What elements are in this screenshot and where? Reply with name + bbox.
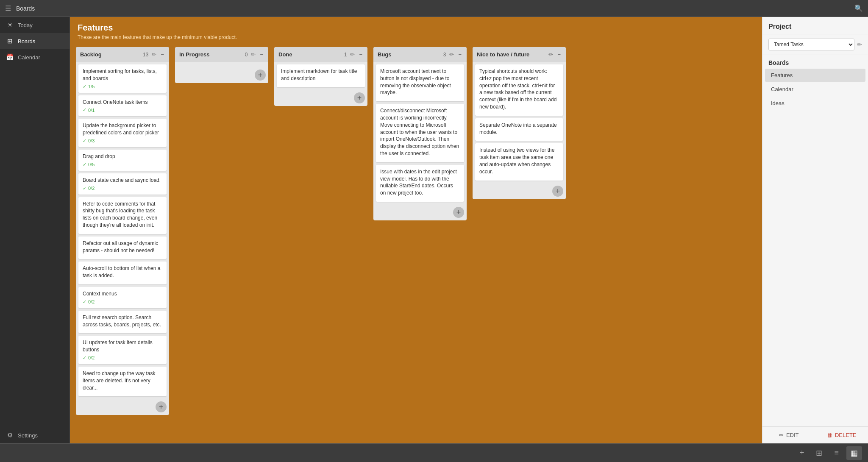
column-body-nice-to-have: Typical shortcuts should work: ctrl+z po…	[473, 62, 566, 183]
column-collapse-icon[interactable]: −	[259, 50, 264, 58]
column-collapse-icon[interactable]: −	[358, 50, 363, 58]
column-count: 3	[443, 52, 446, 58]
task-card-title: Separate OneNote into a separate module.	[479, 122, 559, 136]
task-card[interactable]: Connect/disconnect Microsoft account is …	[376, 104, 464, 162]
column-collapse-icon[interactable]: −	[457, 50, 462, 58]
board-title: Features	[78, 23, 754, 33]
task-card[interactable]: Context menus✓0/2	[78, 287, 167, 308]
board-nav-features[interactable]: Features	[765, 69, 865, 82]
right-panel-boards-list: FeaturesCalendarIdeas	[762, 69, 868, 111]
task-card[interactable]: Microsoft account text next to button is…	[376, 64, 464, 101]
grid-view-button[interactable]: ⊞	[812, 446, 826, 460]
column-footer-nice-to-have: +	[473, 183, 566, 199]
column-header-bugs: Bugs3✏−	[373, 47, 467, 62]
column-header-done: Done1✏−	[274, 47, 367, 62]
add-task-button[interactable]: +	[156, 401, 167, 412]
task-card[interactable]: Typical shortcuts should work: ctrl+z po…	[475, 64, 563, 116]
check-icon: ✓	[83, 162, 86, 167]
task-card[interactable]: Board state cache and async load.✓0/2	[78, 173, 167, 195]
column-edit-icon[interactable]: ✏	[250, 50, 256, 58]
task-card[interactable]: Full text search option. Search across t…	[78, 311, 167, 334]
task-card[interactable]: Drag and drop✓0/5	[78, 150, 167, 171]
add-board-button[interactable]: +	[796, 446, 809, 459]
task-card[interactable]: Separate OneNote into a separate module.	[475, 118, 563, 141]
task-card[interactable]: Need to change up the way task items are…	[78, 367, 167, 396]
boards-section-title: Boards	[762, 55, 868, 69]
sidebar-item-calendar[interactable]: 📅 Calendar	[0, 49, 70, 65]
boards-icon: ⊞	[6, 37, 14, 45]
task-card-title: Instead of using two views for the task …	[479, 147, 559, 175]
board-nav-ideas[interactable]: Ideas	[765, 97, 865, 110]
board-view-button[interactable]: ▦	[846, 446, 862, 460]
column-footer-in-progress: +	[175, 67, 268, 83]
task-card-title: Context menus	[83, 290, 162, 298]
add-task-button[interactable]: +	[255, 70, 266, 81]
task-card[interactable]: Issue with dates in the edit project vie…	[376, 165, 464, 202]
main-layout: ☀ Today ⊞ Boards 📅 Calendar ⚙ Settings F…	[0, 17, 868, 443]
task-card-title: Implement sorting for tasks, lists, and …	[83, 68, 162, 82]
calendar-icon: 📅	[6, 53, 14, 61]
task-card-title: Connect OneNote task items	[83, 99, 162, 106]
task-progress: ✓0/2	[83, 299, 162, 305]
task-progress-value: 0/3	[88, 138, 95, 143]
list-view-button[interactable]: ≡	[830, 446, 843, 459]
sidebar-item-settings[interactable]: ⚙ Settings	[0, 427, 70, 443]
column-count: 13	[143, 52, 148, 58]
task-card-title: Full text search option. Search across t…	[83, 314, 162, 328]
column-footer-bugs: +	[373, 204, 467, 220]
column-edit-icon[interactable]: ✏	[349, 50, 356, 58]
sidebar-item-boards[interactable]: ⊞ Boards	[0, 33, 70, 49]
menu-icon[interactable]: ☰	[5, 4, 11, 12]
delete-button[interactable]: 🗑 DELETE	[815, 427, 868, 443]
board-nav-calendar[interactable]: Calendar	[765, 83, 865, 96]
column-edit-icon[interactable]: ✏	[548, 50, 554, 58]
edit-button[interactable]: ✏ EDIT	[762, 427, 815, 443]
check-icon: ✓	[83, 107, 86, 113]
sidebar-item-today-label: Today	[18, 22, 33, 28]
sidebar-item-boards-label: Boards	[18, 38, 35, 45]
add-task-button[interactable]: +	[552, 186, 563, 197]
task-progress-value: 0/1	[88, 108, 95, 113]
column-edit-icon[interactable]: ✏	[448, 50, 455, 58]
task-card[interactable]: Instead of using two views for the task …	[475, 143, 563, 180]
column-body-in-progress	[175, 62, 268, 67]
task-card-title: Need to change up the way task items are…	[83, 370, 162, 391]
task-card-title: Drag and drop	[83, 153, 162, 160]
task-card-title: Connect/disconnect Microsoft account is …	[380, 107, 460, 157]
task-card-title: Refer to code comments for that shitty b…	[83, 200, 162, 229]
sidebar: ☀ Today ⊞ Boards 📅 Calendar ⚙ Settings	[0, 17, 70, 443]
check-icon: ✓	[83, 186, 86, 191]
column-bugs: Bugs3✏−Microsoft account text next to bu…	[373, 47, 467, 220]
column-title: Backlog	[80, 51, 139, 58]
task-card[interactable]: Refactor out all usage of dynamic params…	[78, 237, 167, 259]
check-icon: ✓	[83, 138, 86, 144]
task-progress-value: 1/5	[88, 84, 95, 89]
project-select-row: Tamed Tasks ✏	[768, 39, 862, 50]
column-collapse-icon[interactable]: −	[160, 50, 165, 58]
task-card[interactable]: UI updates for task item details buttons…	[78, 336, 167, 364]
sidebar-item-today[interactable]: ☀ Today	[0, 17, 70, 33]
column-in-progress: In Progress0✏−+	[175, 47, 268, 83]
task-card-title: Microsoft account text next to button is…	[380, 68, 460, 96]
task-card-title: Update the background picker to predefin…	[83, 122, 162, 136]
column-backlog: Backlog13✏−Implement sorting for tasks, …	[76, 47, 169, 415]
add-task-button[interactable]: +	[354, 92, 365, 103]
task-progress: ✓0/3	[83, 138, 162, 144]
column-edit-icon[interactable]: ✏	[151, 50, 157, 58]
task-card[interactable]: Implement markdown for task title and de…	[277, 64, 365, 87]
column-collapse-icon[interactable]: −	[556, 50, 562, 58]
task-card[interactable]: Update the background picker to predefin…	[78, 119, 167, 147]
project-select[interactable]: Tamed Tasks	[768, 39, 854, 50]
project-edit-icon[interactable]: ✏	[857, 41, 862, 48]
task-progress-value: 0/2	[88, 355, 95, 360]
task-card[interactable]: Connect OneNote task items✓0/1	[78, 95, 167, 117]
column-title: In Progress	[179, 51, 241, 58]
sidebar-item-settings-label: Settings	[18, 432, 38, 439]
column-footer-backlog: +	[76, 399, 169, 415]
task-card[interactable]: Implement sorting for tasks, lists, and …	[78, 64, 167, 93]
task-card[interactable]: Refer to code comments for that shitty b…	[78, 197, 167, 234]
sidebar-bottom: ⚙ Settings	[0, 427, 70, 443]
search-icon[interactable]: 🔍	[854, 4, 863, 12]
add-task-button[interactable]: +	[453, 207, 464, 218]
task-card[interactable]: Auto-scroll to bottom of list when a tas…	[78, 262, 167, 284]
